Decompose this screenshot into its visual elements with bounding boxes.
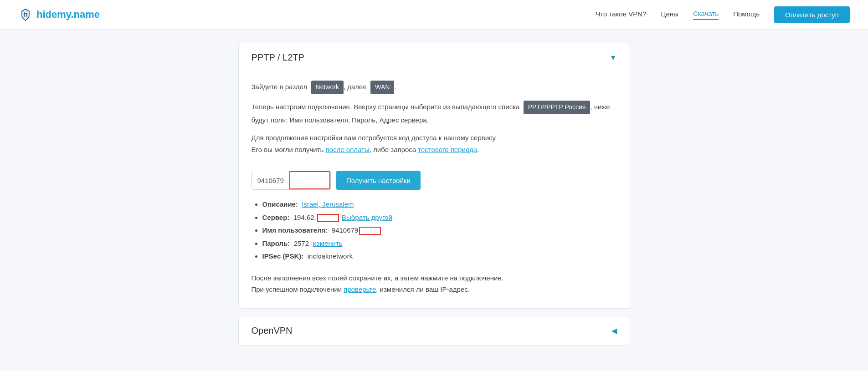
- bottom-line-2: При успешном подключении проверьте, изме…: [252, 284, 617, 295]
- para3-3: , либо запроса: [370, 146, 418, 153]
- openvpn-section-header[interactable]: OpenVPN ◀: [239, 316, 630, 345]
- badge-wan: WAN: [370, 81, 394, 94]
- pptp-intro: Зайдите в раздел Network, далее WAN. Теп…: [252, 72, 617, 166]
- main-content: PPTP / L2TP ▼ Зайдите в раздел Network, …: [229, 43, 639, 346]
- server-value: 194.62.: [293, 213, 316, 221]
- code-prefix: 9410679: [252, 171, 289, 189]
- server-label: Сервер:: [262, 213, 290, 221]
- username-redacted: [359, 227, 381, 235]
- username-value: 9410679: [332, 226, 358, 234]
- bottom-check-link[interactable]: проверьте: [344, 285, 376, 293]
- password-value: 2572: [294, 239, 309, 247]
- intro-text-3: .: [394, 83, 396, 91]
- description-label: Описание:: [262, 200, 298, 208]
- server-redacted: [317, 214, 339, 222]
- nav-what-vpn[interactable]: Что такое VPN?: [596, 10, 646, 20]
- para3-1: Для продолжения настройки вам потребуетс…: [252, 134, 497, 142]
- logo-icon: [18, 7, 33, 22]
- bottom-line-1: После заполнения всех полей сохраните их…: [252, 272, 617, 284]
- pptp-collapse-arrow[interactable]: ▼: [610, 54, 617, 62]
- pptp-section-body: Зайдите в раздел Network, далее WAN. Теп…: [239, 72, 630, 308]
- server-choose-link[interactable]: Выбрать другой: [342, 213, 392, 221]
- code-input-group: 9410679: [252, 171, 331, 190]
- pptp-bottom-text: После заполнения всех полей сохраните их…: [252, 272, 617, 295]
- ipsec-item: IPSec (PSK): incloaknetwork: [262, 250, 617, 263]
- para2-before: Теперь настроим подключение. Вверху стра…: [252, 103, 520, 111]
- link-paid[interactable]: после оплаты: [326, 146, 370, 153]
- para3-2: Его вы могли получить: [252, 146, 326, 153]
- pay-button[interactable]: Оплатить доступ: [774, 6, 850, 23]
- link-trial[interactable]: тестового периода: [418, 146, 477, 153]
- pptp-section-header[interactable]: PPTP / L2TP ▼: [239, 43, 630, 72]
- nav-prices[interactable]: Цены: [661, 10, 678, 20]
- intro-text-1: Зайдите в раздел: [252, 83, 308, 91]
- openvpn-expand-arrow[interactable]: ◀: [611, 326, 617, 335]
- openvpn-section: OpenVPN ◀: [238, 316, 630, 346]
- code-input-row: 9410679 Получить настройки: [252, 171, 617, 190]
- password-change-link[interactable]: изменить: [313, 239, 342, 247]
- username-label: Имя пользователя:: [262, 226, 328, 234]
- logo-text: hidemy.name: [36, 9, 100, 20]
- intro-text-2: , далее: [344, 83, 367, 91]
- badge-network: Network: [311, 81, 344, 94]
- header: hidemy.name Что такое VPN? Цены Скачать …: [0, 0, 868, 29]
- para3-4: .: [477, 146, 479, 153]
- nav-download[interactable]: Скачать: [693, 10, 719, 20]
- ipsec-value: incloaknetwork: [308, 252, 353, 260]
- nav-help[interactable]: Помощь: [733, 10, 760, 20]
- settings-info-list: Описание: Israel, Jerusalem Сервер: 194.…: [252, 198, 617, 263]
- pptp-section-title: PPTP / L2TP: [252, 52, 304, 63]
- main-nav: Что такое VPN? Цены Скачать Помощь: [596, 10, 760, 20]
- ipsec-label: IPSec (PSK):: [262, 252, 304, 260]
- logo: hidemy.name: [18, 7, 100, 22]
- get-settings-button[interactable]: Получить настройки: [336, 171, 421, 190]
- pptp-section: PPTP / L2TP ▼ Зайдите в раздел Network, …: [238, 43, 630, 309]
- openvpn-section-title: OpenVPN: [252, 325, 293, 336]
- server-item: Сервер: 194.62. Выбрать другой: [262, 211, 617, 224]
- username-item: Имя пользователя: 9410679: [262, 224, 617, 237]
- code-suffix-input[interactable]: [289, 171, 330, 189]
- description-item: Описание: Israel, Jerusalem: [262, 198, 617, 211]
- password-item: Пароль: 2572 изменить: [262, 237, 617, 250]
- password-label: Пароль:: [262, 239, 290, 247]
- description-value[interactable]: Israel, Jerusalem: [302, 200, 354, 208]
- badge-pptp: PPTP/PPTP Россия: [524, 101, 591, 114]
